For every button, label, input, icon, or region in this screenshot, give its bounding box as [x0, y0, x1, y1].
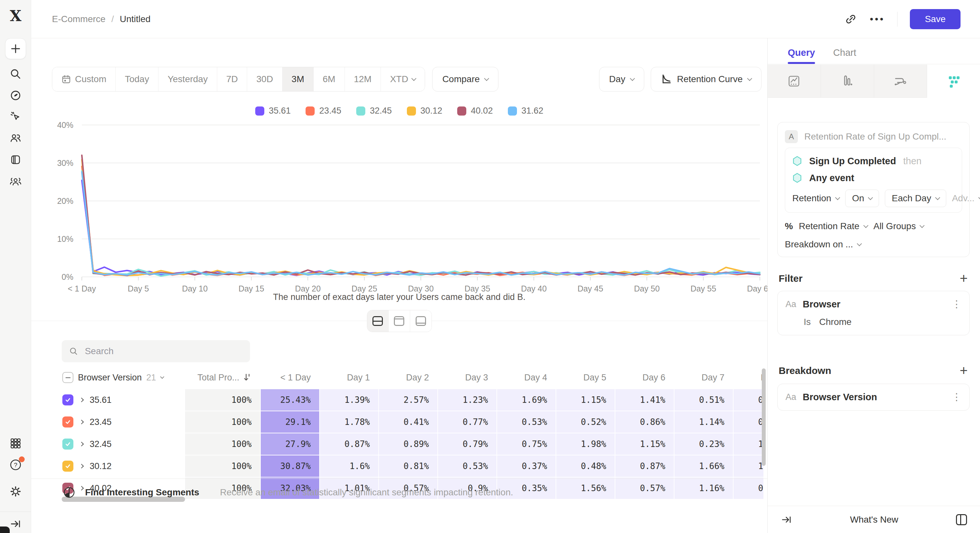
search-input[interactable]	[84, 346, 243, 357]
row-checkbox[interactable]	[62, 416, 73, 428]
day-column-header[interactable]: Day 1	[320, 368, 378, 387]
value-cell[interactable]: 1.14%	[675, 411, 733, 433]
range-custom[interactable]: Custom	[52, 67, 116, 91]
legend-item-40.02[interactable]: 40.02	[457, 106, 493, 116]
range-30d[interactable]: 30D	[247, 67, 282, 91]
whats-new-link[interactable]: What's New	[850, 514, 899, 525]
link-icon[interactable]	[844, 12, 858, 26]
value-cell[interactable]: 0.23%	[675, 433, 733, 455]
report-type-funnels[interactable]	[821, 65, 874, 98]
expand-chevron-icon[interactable]	[79, 420, 84, 424]
series-line-31.62[interactable]	[82, 172, 760, 275]
tab-query[interactable]: Query	[788, 48, 815, 64]
advanced-dropdown[interactable]: Adv...	[952, 193, 980, 203]
value-cell[interactable]: 0.89%	[379, 433, 438, 455]
value-cell[interactable]: 1.23%	[438, 389, 496, 411]
retention-type-dropdown[interactable]: Retention	[792, 193, 839, 203]
value-cell[interactable]: 1.6%	[320, 455, 378, 477]
vertical-scrollbar[interactable]	[762, 368, 766, 466]
series-line-40.02[interactable]	[82, 155, 760, 276]
series-line-32.45[interactable]	[82, 171, 760, 276]
sidebar-cohorts-button[interactable]	[5, 171, 26, 192]
breadcrumb-project[interactable]: E-Commerce	[52, 14, 105, 24]
side-by-side-icon[interactable]	[956, 514, 967, 525]
total-cell[interactable]: 100%	[185, 411, 260, 433]
value-cell[interactable]: 0.87%	[320, 433, 378, 455]
row-label-cell[interactable]: 23.45	[58, 411, 185, 433]
add-filter-button[interactable]: +	[958, 271, 970, 286]
expand-chevron-icon[interactable]	[79, 398, 84, 402]
retention-line-chart[interactable]: 0%10%20%30%40%< 1 DayDay 5Day 10Day 15Da…	[31, 120, 767, 295]
value-cell[interactable]: 1.69%	[497, 389, 555, 411]
more-icon[interactable]: •••	[870, 14, 885, 24]
on-dropdown[interactable]: On	[845, 190, 879, 207]
row-checkbox[interactable]	[62, 461, 73, 472]
total-cell[interactable]: 100%	[185, 455, 260, 477]
day-column-header[interactable]: Day 7	[675, 368, 733, 387]
value-cell[interactable]: 1.32%	[733, 433, 764, 455]
series-line-35.61[interactable]	[82, 180, 760, 275]
breadcrumb-report-name[interactable]: Untitled	[120, 14, 151, 24]
compare-button[interactable]: Compare	[432, 67, 498, 92]
filter-value[interactable]: Chrome	[819, 317, 852, 327]
series-line-30.12[interactable]	[82, 160, 760, 276]
day-column-header[interactable]: < 1 Day	[261, 368, 319, 387]
filter-operator[interactable]: Is	[804, 317, 811, 327]
expand-chevron-icon[interactable]	[79, 442, 84, 446]
granularity-button[interactable]: Day	[599, 67, 644, 92]
value-cell[interactable]: 1.98%	[556, 433, 615, 455]
value-cell[interactable]: 0.86%	[615, 411, 674, 433]
report-type-retention[interactable]	[927, 65, 980, 98]
sidebar-apps-button[interactable]	[5, 433, 26, 454]
legend-item-35.61[interactable]: 35.61	[255, 106, 291, 116]
row-label-cell[interactable]: 30.12	[58, 455, 185, 477]
sidebar-events-button[interactable]	[5, 106, 26, 127]
total-cell[interactable]: 100%	[185, 433, 260, 455]
day-column-header[interactable]: Day 3	[438, 368, 496, 387]
row-checkbox[interactable]	[62, 439, 73, 450]
day-column-header[interactable]: Day 2	[379, 368, 438, 387]
group-column-header[interactable]: Browser Version 21	[58, 368, 185, 387]
row-label-cell[interactable]: 35.61	[58, 389, 185, 411]
value-cell[interactable]: 29.1%	[261, 411, 319, 433]
new-report-button[interactable]	[5, 38, 26, 59]
range-7d[interactable]: 7D	[217, 67, 247, 91]
expand-chevron-icon[interactable]	[79, 464, 84, 468]
chat-widget-corner[interactable]	[0, 527, 10, 533]
value-cell[interactable]: 1.78%	[320, 411, 378, 433]
sidebar-boards-button[interactable]	[5, 149, 26, 170]
range-xtd[interactable]: XTD	[381, 67, 425, 91]
save-button[interactable]: Save	[910, 9, 961, 29]
range-today[interactable]: Today	[116, 67, 159, 91]
value-cell[interactable]: 0.37%	[497, 455, 555, 477]
legend-item-32.45[interactable]: 32.45	[356, 106, 392, 116]
filter-property[interactable]: Browser	[803, 299, 945, 310]
day-column-header[interactable]: Day 5	[556, 368, 615, 387]
row-label-cell[interactable]: 32.45	[58, 433, 185, 455]
day-column-header[interactable]: Day 4	[497, 368, 555, 387]
range-3m[interactable]: 3M	[283, 67, 314, 91]
day-column-header[interactable]: Day 8	[733, 368, 764, 387]
value-cell[interactable]: 0.41%	[379, 411, 438, 433]
breakdown-property[interactable]: Browser Version	[803, 392, 945, 403]
add-breakdown-button[interactable]: +	[958, 363, 970, 378]
value-cell[interactable]: 0.53%	[497, 411, 555, 433]
tab-chart[interactable]: Chart	[833, 48, 856, 64]
total-cell[interactable]: 100%	[185, 389, 260, 411]
value-cell[interactable]: 0.81%	[379, 455, 438, 477]
first-event-name[interactable]: Sign Up Completed	[809, 156, 896, 167]
groups-dropdown[interactable]: All Groups	[873, 221, 924, 232]
value-cell[interactable]: 1.41%	[615, 389, 674, 411]
segments-title[interactable]: Find Interesting Segments	[85, 487, 199, 498]
value-cell[interactable]: 0.67%	[733, 389, 764, 411]
value-cell[interactable]: 0.87%	[615, 455, 674, 477]
mixpanel-logo[interactable]: X	[0, 7, 31, 25]
value-cell[interactable]: 0.52%	[556, 411, 615, 433]
value-cell[interactable]: 1.66%	[675, 455, 733, 477]
collapse-panel-icon[interactable]	[781, 514, 792, 525]
legend-item-23.45[interactable]: 23.45	[305, 106, 341, 116]
return-event-name[interactable]: Any event	[809, 173, 854, 183]
value-cell[interactable]: 0.53%	[438, 455, 496, 477]
value-cell[interactable]: 1.39%	[320, 389, 378, 411]
value-cell[interactable]: 0.79%	[438, 433, 496, 455]
